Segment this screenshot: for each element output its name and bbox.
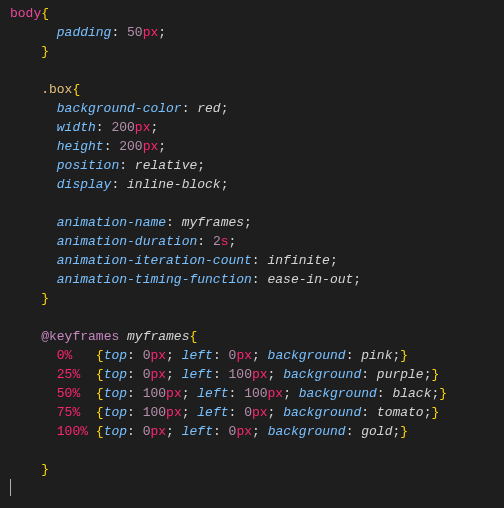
css-rule: animation-name: myframes; (10, 213, 504, 232)
code-editor[interactable]: body{ padding: 50px; } .box{ background-… (0, 0, 504, 479)
code-line: } (10, 289, 504, 308)
css-rule: height: 200px; (10, 137, 504, 156)
css-rule: animation-iteration-count: infinite; (10, 251, 504, 270)
at-keyframes: @keyframes (41, 329, 119, 344)
css-rule: animation-duration: 2s; (10, 232, 504, 251)
keyframe-rule: 25% {top: 0px; left: 100px; background: … (10, 365, 504, 384)
text-cursor (10, 479, 11, 496)
code-line: .box{ (10, 80, 504, 99)
code-line: } (10, 42, 504, 61)
css-rule: animation-timing-function: ease-in-out; (10, 270, 504, 289)
blank-line (10, 308, 504, 327)
code-line: } (10, 460, 504, 479)
code-line: body{ (10, 4, 504, 23)
keyframe-rule: 75% {top: 100px; left: 0px; background: … (10, 403, 504, 422)
code-line: @keyframes myframes{ (10, 327, 504, 346)
selector-box: .box (41, 82, 72, 97)
keyframes-name: myframes (127, 329, 189, 344)
keyframe-rule: 50% {top: 100px; left: 100px; background… (10, 384, 504, 403)
css-rule: background-color: red; (10, 99, 504, 118)
blank-line (10, 441, 504, 460)
css-rule: position: relative; (10, 156, 504, 175)
css-rule: padding: 50px; (10, 23, 504, 42)
keyframe-rule: 100% {top: 0px; left: 0px; background: g… (10, 422, 504, 441)
blank-line (10, 61, 504, 80)
selector-body: body (10, 6, 41, 21)
blank-line (10, 194, 504, 213)
keyframe-rule: 0% {top: 0px; left: 0px; background: pin… (10, 346, 504, 365)
css-rule: width: 200px; (10, 118, 504, 137)
css-rule: display: inline-block; (10, 175, 504, 194)
